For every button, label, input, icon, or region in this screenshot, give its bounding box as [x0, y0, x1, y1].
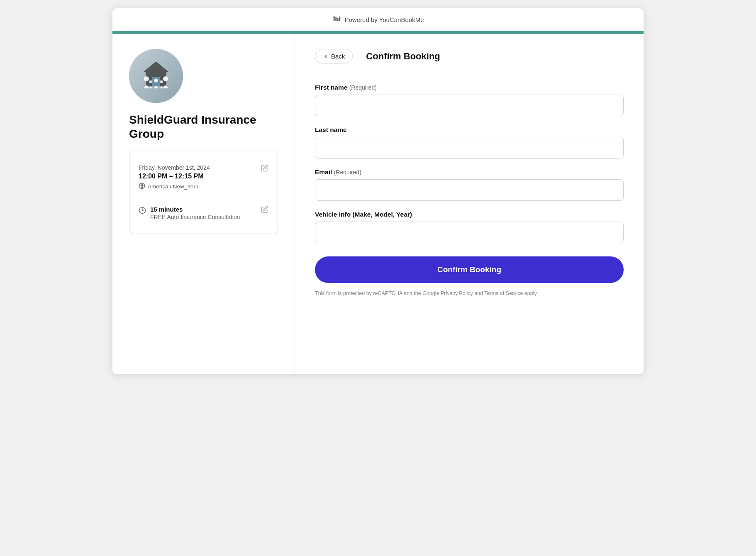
booking-card: Friday, November 1st, 2024 12:00 PM – 12…: [129, 151, 278, 234]
globe-icon: [139, 183, 145, 190]
email-required-tag: (Required): [334, 169, 361, 176]
first-name-label: First name (Required): [315, 84, 624, 91]
email-group: Email (Required): [315, 168, 624, 201]
recaptcha-notice: This form is protected by reCAPTCHA and …: [315, 290, 624, 298]
last-name-label: Last name: [315, 126, 624, 134]
first-name-required-tag: (Required): [349, 84, 377, 91]
svg-point-11: [160, 80, 163, 83]
edit-date-icon[interactable]: [261, 164, 268, 173]
svg-rect-2: [337, 18, 338, 21]
email-label: Email (Required): [315, 168, 624, 176]
ycbm-icon: [332, 14, 341, 25]
confirm-booking-button[interactable]: Confirm Booking: [315, 256, 624, 283]
time-label: 12:00 PM – 12:15 PM: [139, 173, 258, 180]
svg-point-10: [149, 80, 152, 83]
vehicle-group: Vehicle Info (Make, Model, Year): [315, 211, 624, 243]
duration-section: 15 minutes FREE Auto Insurance Consultat…: [139, 199, 268, 225]
svg-rect-3: [339, 17, 340, 21]
first-name-group: First name (Required): [315, 84, 624, 116]
back-button[interactable]: Back: [315, 49, 353, 63]
confirm-booking-title: Confirm Booking: [366, 51, 440, 62]
clock-icon: [139, 207, 146, 216]
avatar: [129, 49, 183, 103]
vehicle-input[interactable]: [315, 222, 624, 243]
powered-by-text: Powered by YouCanBookMe: [345, 16, 424, 23]
right-panel: Back Confirm Booking First name (Require…: [295, 34, 644, 374]
last-name-input[interactable]: [315, 137, 624, 159]
accent-bar: [112, 31, 644, 34]
duration-title: 15 minutes: [150, 206, 240, 213]
date-section: Friday, November 1st, 2024 12:00 PM – 12…: [139, 159, 268, 195]
back-button-label: Back: [331, 53, 345, 60]
svg-point-7: [144, 76, 149, 81]
svg-point-8: [163, 76, 168, 81]
edit-duration-icon[interactable]: [261, 206, 268, 215]
date-label: Friday, November 1st, 2024: [139, 164, 258, 171]
company-name: ShieldGuard Insurance Group: [129, 113, 278, 141]
svg-rect-0: [333, 16, 334, 21]
timezone-label: America / New_York: [148, 183, 198, 190]
booking-form: First name (Required) Last name Email (R…: [315, 84, 624, 298]
svg-rect-1: [335, 17, 337, 21]
svg-point-9: [154, 79, 158, 83]
vehicle-label: Vehicle Info (Make, Model, Year): [315, 211, 624, 218]
first-name-input[interactable]: [315, 95, 624, 116]
app-container: Powered by YouCanBookMe: [112, 8, 644, 374]
service-type: FREE Auto Insurance Consultation: [150, 214, 240, 220]
right-header: Back Confirm Booking: [315, 49, 624, 63]
last-name-group: Last name: [315, 126, 624, 159]
left-panel: ShieldGuard Insurance Group Friday, Nove…: [112, 34, 295, 374]
header-divider: [315, 72, 624, 72]
main-layout: ShieldGuard Insurance Group Friday, Nove…: [112, 34, 644, 374]
top-bar: Powered by YouCanBookMe: [112, 8, 644, 31]
email-input[interactable]: [315, 179, 624, 201]
